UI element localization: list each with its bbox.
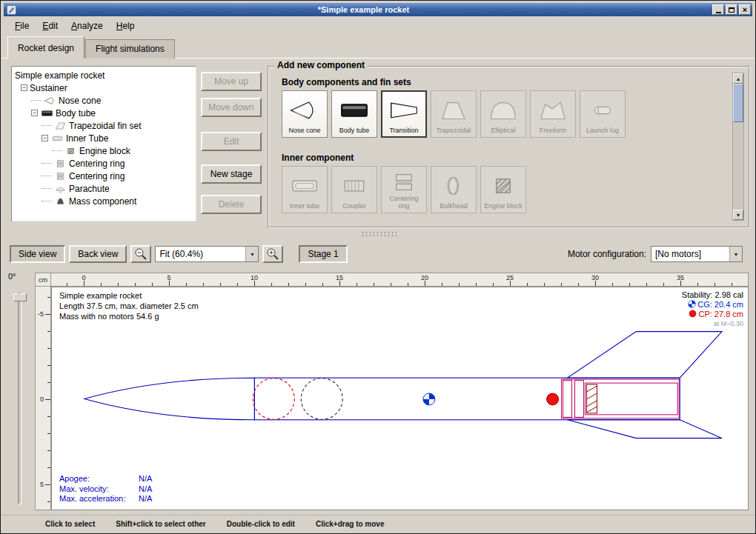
add-nose-cone-button[interactable]: Nose cone	[282, 90, 328, 138]
tree-item-inner-tube[interactable]: −Inner Tube	[12, 132, 196, 144]
tree-item-label: Simple example rocket	[15, 70, 105, 81]
component-button-label: Engine block	[484, 203, 523, 211]
minimize-button[interactable]	[712, 4, 724, 15]
centering-ring-2-outline[interactable]	[574, 381, 583, 418]
stability-legend: Stability: 2.98 cal CG: 20.4 cm CP: 27.8…	[682, 290, 743, 329]
fin-upper[interactable]	[568, 332, 723, 378]
component-panel-scrollbar[interactable]: ▲ ▼	[732, 73, 744, 221]
tree-item-label: Parachute	[69, 184, 110, 194]
tree-collapse-toggle[interactable]: −	[31, 110, 38, 116]
edit-button-column: Move upMove downEditNew stageDelete	[201, 72, 262, 216]
add-trapezoidal-button[interactable]: Trapezoidal	[431, 90, 477, 138]
zoom-in-button[interactable]	[262, 245, 283, 263]
tree-item-sustainer[interactable]: −Sustainer	[12, 81, 196, 94]
parachute-outline[interactable]	[253, 378, 294, 420]
body-tube-outline[interactable]	[254, 378, 680, 420]
add-freeform-button[interactable]: Freeform	[530, 90, 576, 138]
motor-configuration-value: [No motors]	[651, 247, 729, 261]
scroll-down-button[interactable]: ▼	[733, 210, 743, 220]
motor-mount-outline[interactable]	[562, 379, 680, 418]
add-component-title: Add new component	[274, 60, 368, 70]
move-up-button[interactable]: Move up	[201, 72, 262, 91]
add-engine-block-button[interactable]: Engine block	[480, 166, 526, 213]
tree-item-centering-ring[interactable]: Centering ring	[12, 170, 196, 182]
scrollbar-track[interactable]	[733, 84, 743, 210]
motor-configuration-select[interactable]: [No motors] ▼	[651, 246, 743, 262]
fin-lower[interactable]	[568, 420, 723, 438]
chevron-down-icon[interactable]: ▼	[245, 247, 258, 261]
tree-item-engine-block[interactable]: Engine block	[12, 144, 196, 157]
menu-file[interactable]: File	[8, 18, 36, 34]
flight-stat-label: Max. velocity:	[59, 484, 139, 495]
zoom-out-button[interactable]	[130, 245, 151, 263]
add-elliptical-button[interactable]: Elliptical	[480, 90, 526, 138]
rocket-info: Simple example rocket Length 37.5 cm, ma…	[59, 290, 199, 321]
tree-item-centering-ring[interactable]: Centering ring	[12, 157, 196, 170]
move-down-button[interactable]: Move down	[201, 98, 262, 117]
new-stage-button[interactable]: New stage	[201, 164, 262, 184]
tree-item-trapezoidal-fin-set[interactable]: Trapezoidal fin set	[12, 119, 196, 132]
component-button-label: Transition	[389, 127, 418, 136]
freeform-icon	[537, 93, 569, 127]
add-centering-ring-button[interactable]: Centering ring	[381, 166, 427, 213]
tree-connector	[42, 201, 52, 201]
rotation-slider-thumb[interactable]	[13, 293, 27, 301]
tree-item-mass-component[interactable]: Mass component	[12, 195, 196, 207]
zoom-value: Fit (60.4%)	[156, 247, 245, 261]
window-title: *Simple example rocket	[16, 6, 711, 14]
scroll-up-button[interactable]: ▲	[733, 73, 743, 84]
edit-button[interactable]: Edit	[201, 132, 262, 151]
tree-item-body-tube[interactable]: −Body tube	[12, 107, 196, 119]
add-inner-tube-button[interactable]: Inner tube	[282, 166, 328, 213]
status-hint: Click to select	[45, 520, 95, 528]
tree-item-label: Sustainer	[30, 83, 67, 93]
centering-ring-1-outline[interactable]	[563, 381, 572, 418]
rocket-canvas[interactable]: Simple example rocket Length 37.5 cm, ma…	[51, 287, 749, 510]
back-view-button[interactable]: Back view	[69, 245, 127, 263]
stage-1-toggle[interactable]: Stage 1	[299, 245, 347, 263]
add-body-tube-button[interactable]: Body tube	[331, 90, 377, 138]
add-bulkhead-button[interactable]: Bulkhead	[431, 166, 477, 213]
motor-configuration-label: Motor configuration:	[568, 249, 646, 259]
zoom-select[interactable]: Fit (60.4%) ▼	[155, 246, 259, 262]
chevron-down-icon[interactable]: ▼	[729, 247, 742, 261]
close-button[interactable]: ×	[739, 4, 751, 15]
delete-button[interactable]: Delete	[201, 195, 262, 214]
add-transition-button[interactable]: Transition	[381, 90, 427, 138]
inner-tube-outline[interactable]	[585, 383, 677, 415]
mass-component-outline[interactable]	[301, 378, 342, 420]
add-coupler-button[interactable]: Coupler	[331, 166, 377, 213]
scrollbar-thumb[interactable]	[733, 84, 743, 122]
add-launch-lug-button[interactable]: Launch lug	[580, 90, 626, 138]
flight-stat-label: Apogee:	[59, 474, 139, 484]
menu-edit[interactable]: Edit	[36, 18, 64, 34]
tree-collapse-toggle[interactable]: −	[21, 84, 27, 91]
splitter-handle[interactable]	[361, 231, 397, 238]
component-button-label: Launch lug	[586, 127, 619, 136]
nose-cone-outline[interactable]	[84, 378, 255, 420]
tree-item-nose-cone[interactable]: Nose cone	[12, 94, 196, 107]
titlebar[interactable]: *Simple example rocket ×	[4, 3, 752, 16]
mach-note: at M=0.30	[682, 319, 743, 329]
elliptical-icon	[487, 93, 520, 127]
centeringring-icon	[53, 172, 67, 181]
maximize-button[interactable]	[726, 4, 737, 15]
ruler-unit-label: cm	[35, 273, 51, 287]
tree-item-simple-example-rocket[interactable]: Simple example rocket	[12, 69, 196, 81]
tab-rocket-design[interactable]: Rocket design	[7, 36, 84, 59]
component-button-label: Freeform	[540, 127, 567, 136]
tree-item-parachute[interactable]: Parachute	[12, 182, 196, 195]
cg-marker	[423, 393, 435, 405]
menu-analyze[interactable]: Analyze	[64, 18, 110, 34]
rocket-mass: Mass with no motors 54.6 g	[59, 311, 199, 321]
tab-flight-simulations[interactable]: Flight simulations	[85, 39, 175, 59]
flight-stat-max-velocity: Max. velocity:N/A	[59, 484, 152, 495]
menu-help[interactable]: Help	[110, 18, 142, 34]
trapezoidal-icon	[437, 93, 470, 127]
tree-collapse-toggle[interactable]: −	[42, 135, 48, 141]
component-button-label: Trapezoidal	[437, 127, 471, 136]
rotation-slider[interactable]	[18, 293, 21, 504]
side-view-button[interactable]: Side view	[10, 245, 65, 263]
nosecone-icon	[43, 96, 56, 105]
tree-connector	[42, 188, 52, 189]
